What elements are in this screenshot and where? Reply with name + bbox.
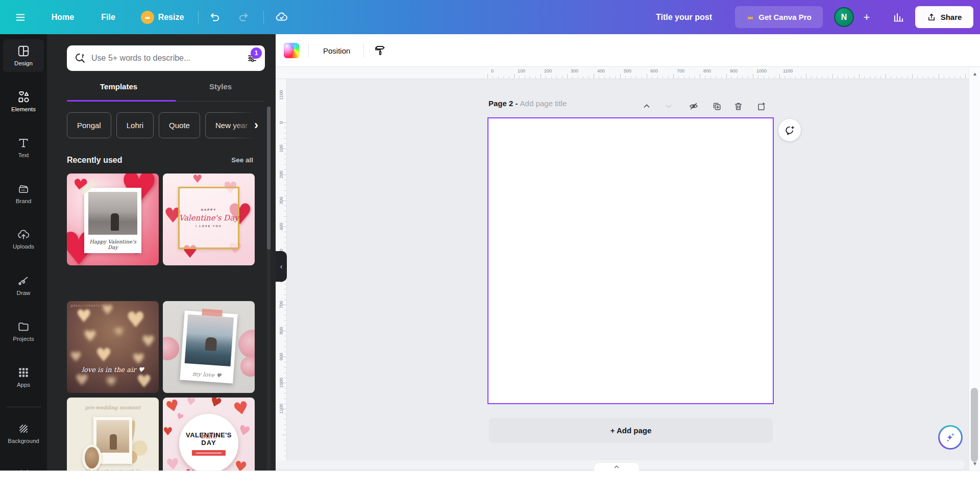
ruler-h-label: 700	[677, 68, 684, 73]
apps-icon	[17, 366, 30, 379]
bokeh-heart-decoration: ♥	[83, 329, 97, 344]
template-thumbnail-valentine-polaroid[interactable]: ♥ ♥ ♥ ♥ Happy Valentine's Day	[67, 174, 159, 265]
add-page-icon[interactable]	[755, 100, 767, 112]
sidebar-item-apps[interactable]: Apps	[0, 366, 47, 388]
redo-button[interactable]	[234, 0, 253, 34]
ruler-h-label: 1000	[756, 68, 767, 73]
scroll-down-icon[interactable]: ▼	[972, 461, 977, 466]
sidebar-item-text[interactable]: Text	[0, 136, 47, 158]
brand-icon: co.	[17, 182, 30, 195]
template-thumbnail-dock-polaroid[interactable]: my love ♥	[163, 301, 255, 393]
background-color-swatch[interactable]	[284, 43, 299, 58]
ruler-h-label: 900	[730, 68, 738, 73]
ruler-h-label: 100	[518, 68, 525, 73]
templates-panel: 1 Templates Styles PongalLohriQuoteNew y…	[47, 34, 276, 495]
pages-panel-toggle[interactable]	[594, 462, 640, 471]
ruler-v-label: 1100	[278, 396, 285, 422]
bokeh-heart-decoration: ♥	[70, 350, 82, 363]
page-header: Page 2 -Add page title	[488, 99, 774, 114]
ruler-v-label: 300	[278, 188, 285, 213]
object-panel-sidebar: Design Elements Text co. Brand Uploads D…	[0, 34, 47, 495]
move-page-up-icon[interactable]	[641, 100, 653, 112]
ruler-h-label: 800	[703, 68, 711, 73]
design-title-input[interactable]: Title your post	[646, 0, 722, 34]
sale-circle: VALENTINE'S Sale DAY	[179, 414, 238, 473]
template-thumbnail-bokeh-hearts[interactable]: ♥♥♥♥♥♥♥♥♥♥♥♥ @REALLYGREATSITE love is in…	[67, 301, 159, 393]
file-menu-button[interactable]: File	[97, 0, 119, 34]
sidebar-item-background[interactable]: Background	[0, 422, 47, 444]
sidebar-item-draw[interactable]: Draw	[0, 274, 47, 296]
comment-sparkle-icon	[784, 125, 795, 136]
home-button[interactable]: Home	[48, 0, 77, 34]
panel-scrollbar-thumb[interactable]	[267, 107, 271, 250]
search-filters-button[interactable]: 1	[247, 53, 258, 64]
vertical-scrollbar-thumb[interactable]	[971, 388, 978, 462]
bokeh-heart-decoration: ♥	[114, 327, 124, 338]
cloud-sync-icon[interactable]	[272, 0, 292, 34]
search-box: 1	[67, 45, 265, 71]
move-page-down-icon[interactable]	[663, 100, 675, 112]
panel-collapse-handle[interactable]: ‹	[276, 251, 287, 282]
duplicate-page-icon[interactable]	[710, 100, 723, 112]
tab-templates[interactable]: Templates	[100, 82, 137, 98]
tab-styles[interactable]: Styles	[209, 82, 232, 98]
sidebar-item-design[interactable]: Design	[0, 44, 47, 66]
bokeh-heart-decoration: ♥	[132, 352, 145, 366]
delete-page-icon[interactable]	[732, 100, 744, 112]
ruler-h-label: 500	[624, 68, 631, 73]
position-button[interactable]: Position	[318, 41, 355, 60]
add-page-button[interactable]: + Add page	[489, 418, 773, 443]
filter-chip-pongal[interactable]: Pongal	[67, 112, 111, 138]
page-label: Page 2 -	[488, 99, 518, 108]
background-icon	[17, 422, 30, 435]
resize-button[interactable]: Resize	[137, 0, 188, 34]
top-bar: Home File Resize Title your post Get Can…	[0, 0, 980, 34]
chips-scroll-right-icon[interactable]: ›	[249, 117, 264, 133]
active-tab-underline	[67, 100, 176, 102]
sparkles-icon	[940, 427, 961, 448]
svg-text:co.: co.	[21, 188, 26, 191]
ruler-h-label: 400	[597, 68, 605, 73]
vertical-scrollbar[interactable]: ▲ ▼	[969, 67, 980, 471]
filter-count-badge: 1	[251, 47, 262, 59]
see-all-link[interactable]: See all	[231, 156, 253, 164]
sidebar-item-projects[interactable]: Projects	[0, 320, 47, 342]
ruler-corner	[276, 67, 287, 79]
divider	[363, 43, 364, 58]
search-input[interactable]	[91, 54, 241, 63]
share-button[interactable]: Share	[915, 6, 973, 28]
hamburger-menu-icon[interactable]	[11, 0, 30, 34]
paint-roller-icon[interactable]	[372, 42, 388, 59]
sidebar-item-elements[interactable]: Elements	[0, 90, 47, 112]
gold-frame: HAPPY Valentine's Day I LOVE YOU	[178, 187, 239, 249]
design-page[interactable]	[487, 117, 774, 404]
design-icon	[17, 44, 30, 58]
context-toolbar: Position	[276, 34, 980, 67]
get-canva-pro-button[interactable]: Get Canva Pro	[735, 6, 823, 28]
ruler-v-label: 900	[278, 344, 285, 369]
avatar[interactable]: N	[834, 7, 854, 27]
sidebar-item-uploads[interactable]: Uploads	[0, 228, 47, 250]
sidebar-item-brand[interactable]: co. Brand	[0, 182, 47, 204]
text-icon	[17, 136, 30, 150]
page-title-input[interactable]: Add page title	[520, 99, 567, 108]
canva-assistant-button[interactable]	[938, 425, 963, 450]
felt-heart-decoration: ♥	[164, 398, 182, 415]
polaroid-photo: my love ♥	[180, 311, 237, 384]
undo-button[interactable]	[205, 0, 225, 34]
scroll-up-icon[interactable]: ▲	[972, 71, 977, 77]
bottom-bar: Notes Page 2 / 2 41%	[0, 471, 980, 495]
rose-decoration	[163, 337, 179, 360]
analytics-icon[interactable]	[888, 0, 909, 34]
bokeh-heart-decoration: ♥	[106, 376, 117, 388]
filter-chip-lohri[interactable]: Lohri	[116, 112, 154, 138]
comment-button[interactable]	[778, 119, 801, 141]
divider	[308, 43, 309, 58]
felt-heart-decoration: ♥	[232, 399, 250, 418]
filter-chip-quote[interactable]: Quote	[159, 112, 200, 138]
ruler-h-label: 200	[544, 68, 552, 73]
hide-page-icon[interactable]	[688, 100, 700, 112]
ruler-v-label: 800	[278, 318, 285, 343]
add-member-button[interactable]: +	[859, 0, 875, 34]
template-thumbnail-valentine-gold-frame[interactable]: ♥ ♥ ♥ ♥ ♥ ♥ HAPPY Valentine's Day I LOVE…	[163, 174, 255, 265]
